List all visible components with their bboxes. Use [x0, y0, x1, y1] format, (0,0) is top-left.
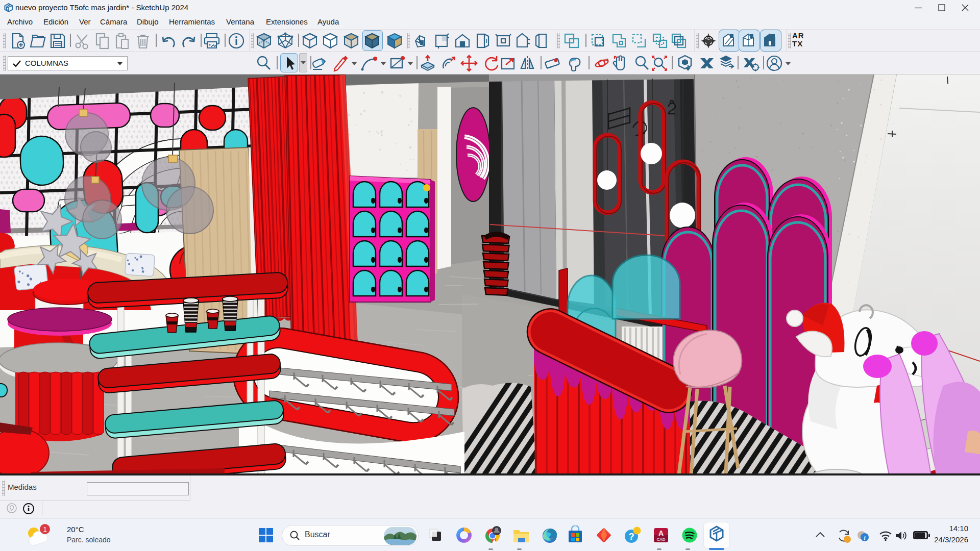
svg-text:A: A	[658, 529, 664, 537]
svg-text:?: ?	[628, 531, 634, 542]
svg-text:C: C	[707, 37, 709, 40]
svg-text:CAD: CAD	[657, 537, 666, 542]
svg-text:1: 1	[43, 525, 46, 533]
